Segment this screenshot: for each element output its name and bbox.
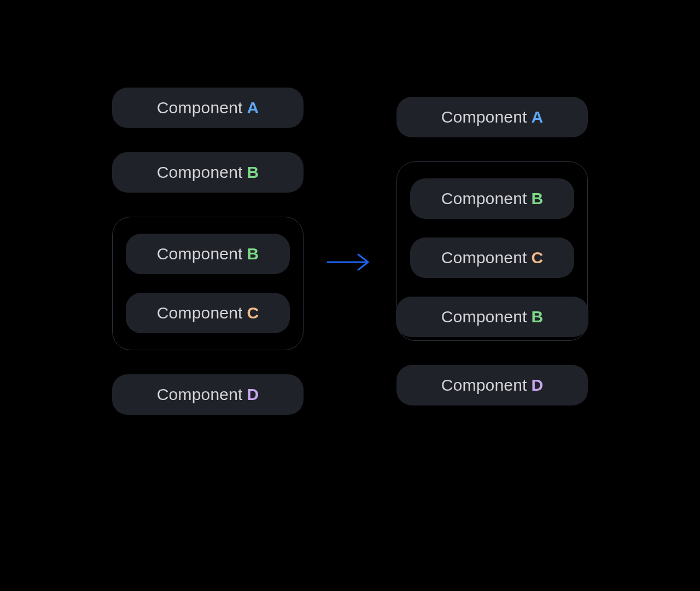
component-pill-b: Component B xyxy=(410,178,574,219)
pill-letter-b: B xyxy=(532,308,544,326)
diagram-row: Component A Component B Component B Comp… xyxy=(112,88,588,415)
pill-prefix: Component xyxy=(441,189,527,208)
pill-letter-c: C xyxy=(532,248,544,267)
component-pill-b: Component B xyxy=(112,152,304,193)
pill-prefix: Component xyxy=(441,376,527,395)
right-group-frame: Component B Component C Component B xyxy=(396,161,588,341)
pill-letter-d: D xyxy=(247,385,259,404)
pill-letter-d: D xyxy=(532,376,544,395)
pill-prefix: Component xyxy=(441,108,527,126)
component-pill-b-overflow: Component B xyxy=(396,297,588,337)
pill-letter-c: C xyxy=(247,304,259,322)
pill-prefix: Component xyxy=(157,245,243,263)
component-pill-a: Component A xyxy=(396,97,588,137)
component-pill-d: Component D xyxy=(112,374,304,415)
pill-prefix: Component xyxy=(441,248,527,267)
pill-letter-b: B xyxy=(247,245,259,263)
component-pill-c: Component C xyxy=(126,293,290,333)
component-pill-b: Component B xyxy=(126,234,290,274)
right-column: Component A Component B Component C Comp… xyxy=(396,97,588,405)
left-group-frame: Component B Component C xyxy=(112,217,304,350)
pill-prefix: Component xyxy=(157,304,243,322)
pill-prefix: Component xyxy=(157,163,243,182)
pill-prefix: Component xyxy=(441,308,527,326)
pill-letter-a: A xyxy=(247,99,259,117)
arrow-icon xyxy=(325,251,375,273)
component-pill-d: Component D xyxy=(396,365,588,405)
pill-letter-b: B xyxy=(247,163,259,182)
pill-prefix: Component xyxy=(157,99,243,117)
component-pill-c: Component C xyxy=(410,237,574,278)
diagram-canvas: Component A Component B Component B Comp… xyxy=(0,0,700,591)
pill-letter-a: A xyxy=(532,108,544,126)
component-pill-a: Component A xyxy=(112,88,304,128)
pill-prefix: Component xyxy=(157,385,243,404)
pill-letter-b: B xyxy=(532,189,544,208)
left-column: Component A Component B Component B Comp… xyxy=(112,88,304,415)
